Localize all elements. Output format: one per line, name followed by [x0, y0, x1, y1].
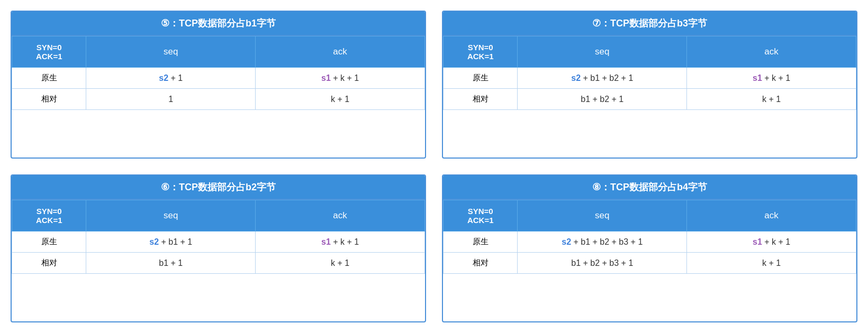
table-table5: SYN=0 ACK=1seqack原生s2 + 1s1 + k + 1相对1k …	[12, 36, 425, 110]
header-syn-ack: SYN=0 ACK=1	[444, 200, 518, 232]
table-title-table5: ⑤：TCP数据部分占b1字节	[12, 12, 425, 36]
table-row: 相对b1 + b2 + b3 + 1k + 1	[444, 253, 856, 274]
cell-label-0: 原生	[444, 68, 518, 89]
table-wrapper-table5: ⑤：TCP数据部分占b1字节SYN=0 ACK=1seqack原生s2 + 1s…	[11, 11, 426, 159]
ack-part: + k + 1	[331, 237, 359, 246]
seq-part: + 1	[168, 73, 183, 82]
ack-part: s1	[321, 237, 331, 246]
table-row: 原生s2 + 1s1 + k + 1	[12, 68, 425, 89]
table-title-table8: ⑧：TCP数据部分占b4字节	[443, 175, 856, 200]
header-seq: seq	[86, 36, 256, 68]
cell-label-0: 原生	[444, 232, 518, 253]
table-wrapper-table7: ⑦：TCP数据部分占b3字节SYN=0 ACK=1seqack原生s2 + b1…	[442, 11, 857, 159]
ack-part: s1	[321, 73, 331, 82]
table-row: 原生s2 + b1 + b2 + b3 + 1s1 + k + 1	[444, 232, 856, 253]
header-syn-ack: SYN=0 ACK=1	[12, 200, 86, 232]
seq-part: b1 + b2 + 1	[581, 95, 623, 104]
cell-ack-1: k + 1	[687, 89, 856, 110]
cell-label-1: 相对	[444, 253, 518, 274]
seq-part: + b1 + 1	[159, 237, 192, 246]
cell-label-1: 相对	[12, 253, 86, 274]
cell-seq-0: s2 + b1 + 1	[86, 232, 256, 253]
cell-ack-0: s1 + k + 1	[256, 232, 425, 253]
header-syn-ack: SYN=0 ACK=1	[12, 36, 86, 68]
cell-seq-0: s2 + 1	[86, 68, 256, 89]
seq-part: b1 + 1	[159, 258, 183, 267]
seq-part: 1	[168, 95, 173, 104]
table-row: 相对b1 + b2 + 1k + 1	[444, 89, 856, 110]
ack-part: + k + 1	[762, 73, 790, 82]
cell-ack-1: k + 1	[687, 253, 856, 274]
seq-part: s2	[571, 73, 581, 82]
cell-label-1: 相对	[444, 89, 518, 110]
ack-part: s1	[753, 237, 762, 246]
table-title-table6: ⑥：TCP数据部分占b2字节	[12, 175, 425, 200]
ack-part: k + 1	[331, 95, 349, 104]
header-seq: seq	[518, 200, 687, 232]
header-ack: ack	[256, 36, 425, 68]
header-syn-ack: SYN=0 ACK=1	[444, 36, 518, 68]
table-row: 原生s2 + b1 + 1s1 + k + 1	[12, 232, 425, 253]
cell-seq-0: s2 + b1 + b2 + 1	[518, 68, 687, 89]
cell-ack-0: s1 + k + 1	[687, 232, 856, 253]
cell-seq-1: 1	[86, 89, 256, 110]
ack-part: s1	[753, 73, 762, 82]
table-table8: SYN=0 ACK=1seqack原生s2 + b1 + b2 + b3 + 1…	[443, 200, 856, 274]
header-seq: seq	[518, 36, 687, 68]
table-wrapper-table8: ⑧：TCP数据部分占b4字节SYN=0 ACK=1seqack原生s2 + b1…	[442, 174, 857, 322]
header-ack: ack	[256, 200, 425, 232]
table-row: 原生s2 + b1 + b2 + 1s1 + k + 1	[444, 68, 856, 89]
cell-label-0: 原生	[12, 68, 86, 89]
cell-ack-0: s1 + k + 1	[687, 68, 856, 89]
seq-part: + b1 + b2 + b3 + 1	[571, 237, 643, 246]
cell-seq-1: b1 + b2 + b3 + 1	[518, 253, 687, 274]
table-wrapper-table6: ⑥：TCP数据部分占b2字节SYN=0 ACK=1seqack原生s2 + b1…	[11, 174, 426, 322]
seq-part: s2	[149, 237, 159, 246]
ack-part: k + 1	[762, 258, 781, 267]
table-title-table7: ⑦：TCP数据部分占b3字节	[443, 12, 856, 36]
table-row: 相对b1 + 1k + 1	[12, 253, 425, 274]
seq-part: s2	[562, 237, 571, 246]
table-table7: SYN=0 ACK=1seqack原生s2 + b1 + b2 + 1s1 + …	[443, 36, 856, 110]
seq-part: b1 + b2 + b3 + 1	[571, 258, 633, 267]
seq-part: s2	[159, 73, 168, 82]
cell-ack-1: k + 1	[256, 253, 425, 274]
page-container: ⑤：TCP数据部分占b1字节SYN=0 ACK=1seqack原生s2 + 1s…	[11, 11, 857, 322]
header-ack: ack	[687, 36, 856, 68]
cell-seq-1: b1 + 1	[86, 253, 256, 274]
cell-label-0: 原生	[12, 232, 86, 253]
ack-part: + k + 1	[762, 237, 790, 246]
cell-seq-1: b1 + b2 + 1	[518, 89, 687, 110]
table-table6: SYN=0 ACK=1seqack原生s2 + b1 + 1s1 + k + 1…	[12, 200, 425, 274]
header-ack: ack	[687, 200, 856, 232]
ack-part: k + 1	[762, 95, 781, 104]
table-row: 相对1k + 1	[12, 89, 425, 110]
cell-ack-0: s1 + k + 1	[256, 68, 425, 89]
cell-label-1: 相对	[12, 89, 86, 110]
seq-part: + b1 + b2 + 1	[581, 73, 633, 82]
ack-part: + k + 1	[331, 73, 359, 82]
cell-seq-0: s2 + b1 + b2 + b3 + 1	[518, 232, 687, 253]
header-seq: seq	[86, 200, 256, 232]
ack-part: k + 1	[331, 258, 349, 267]
cell-ack-1: k + 1	[256, 89, 425, 110]
